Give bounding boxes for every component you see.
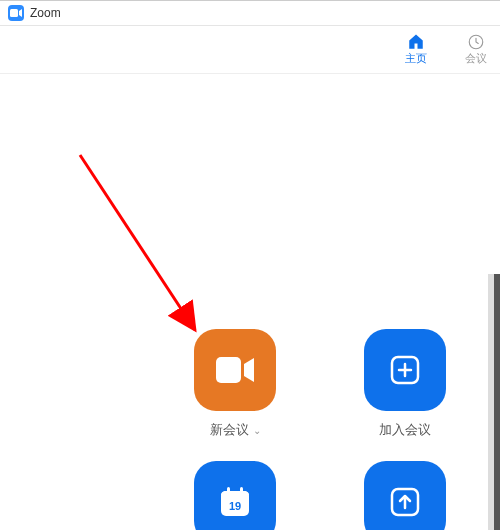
right-panel-dark [494, 274, 500, 530]
plus-icon [390, 355, 420, 385]
join-button[interactable] [364, 329, 446, 411]
svg-line-2 [80, 155, 195, 330]
join-label: 加入会议 [379, 421, 431, 439]
svg-rect-3 [216, 357, 241, 383]
schedule-button[interactable]: 19 [194, 461, 276, 530]
tile-schedule: 19 安排 [175, 461, 295, 530]
new-meeting-label: 新会议 [210, 421, 249, 439]
svg-rect-8 [221, 491, 249, 498]
home-icon [407, 33, 425, 51]
calendar-icon: 19 [218, 485, 252, 519]
zoom-app-icon [8, 5, 24, 21]
nav-home[interactable]: 主页 [396, 33, 436, 66]
main-content: 新会议 ⌄ 加入会议 [0, 74, 500, 530]
video-icon [216, 356, 254, 384]
app-title: Zoom [30, 6, 61, 20]
svg-rect-9 [227, 487, 230, 494]
share-screen-button[interactable] [364, 461, 446, 530]
chevron-down-icon: ⌄ [253, 425, 261, 436]
action-grid: 新会议 ⌄ 加入会议 [175, 329, 465, 530]
tile-share: 共享屏幕 [345, 461, 465, 530]
titlebar: Zoom [0, 0, 500, 26]
svg-rect-10 [240, 487, 243, 494]
clock-icon [467, 33, 485, 51]
share-up-icon [390, 487, 420, 517]
annotation-arrow [75, 150, 215, 350]
nav-meetings-label: 会议 [465, 51, 487, 66]
nav-meetings[interactable]: 会议 [456, 33, 496, 66]
tile-join: 加入会议 [345, 329, 465, 439]
calendar-day: 19 [229, 500, 241, 512]
svg-rect-0 [10, 9, 18, 17]
new-meeting-button[interactable] [194, 329, 276, 411]
nav-home-label: 主页 [405, 51, 427, 66]
tile-new-meeting: 新会议 ⌄ [175, 329, 295, 439]
top-nav: 主页 会议 [0, 26, 500, 74]
new-meeting-label-row[interactable]: 新会议 ⌄ [210, 421, 261, 439]
